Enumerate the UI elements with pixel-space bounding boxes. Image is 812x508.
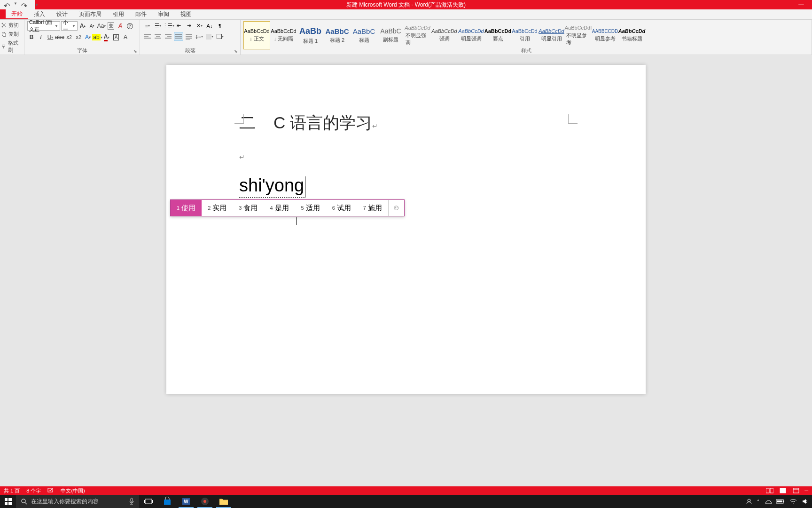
volume-icon[interactable] <box>802 498 808 505</box>
print-layout-button[interactable] <box>778 487 788 494</box>
onedrive-icon[interactable] <box>764 499 772 504</box>
taskbar-app-recorder[interactable] <box>195 495 214 508</box>
task-view-button[interactable] <box>139 495 158 508</box>
style-item[interactable]: AaBbCcDd引用 <box>511 21 538 49</box>
style-item[interactable]: AaBbCcDd书籍标题 <box>618 21 645 49</box>
tab-layout[interactable]: 页面布局 <box>73 9 107 19</box>
font-name-selector[interactable]: Calibri (西文正▼ <box>27 21 60 31</box>
shading-button[interactable]: ▾ <box>205 32 214 41</box>
tab-mail[interactable]: 邮件 <box>130 9 152 19</box>
copy-button[interactable]: 复制 <box>1 30 23 39</box>
align-center-button[interactable] <box>153 32 163 41</box>
language-indicator[interactable]: 中文(中国) <box>61 487 85 494</box>
shrink-font-button[interactable]: A▾ <box>88 21 96 31</box>
ime-candidate[interactable]: 7施用 <box>357 200 388 216</box>
highlight-button[interactable]: ab▾ <box>93 32 102 42</box>
line-spacing-button[interactable]: ‡≡▾ <box>195 32 204 41</box>
increase-indent-button[interactable]: ⇥ <box>184 21 194 30</box>
page-count[interactable]: 共 1 页 <box>4 487 20 494</box>
strikethrough-button[interactable]: abc <box>55 32 64 42</box>
ime-candidate[interactable]: 6试用 <box>326 200 357 216</box>
font-color-button[interactable]: A▾ <box>102 32 111 42</box>
decrease-indent-button[interactable]: ⇤ <box>174 21 183 30</box>
taskbar-search[interactable]: 在这里输入你要搜索的内容 <box>16 495 124 508</box>
document-heading[interactable]: 二 C 语言的学习↵ <box>239 112 573 134</box>
tab-design[interactable]: 设计 <box>51 9 73 19</box>
ime-emoji-button[interactable]: ☺ <box>388 200 404 216</box>
font-dialog-launcher[interactable]: ⬊ <box>133 49 138 54</box>
qat-customize-icon[interactable]: ▼ <box>35 3 39 7</box>
style-item[interactable]: AaBbCcDdI不明显参考 <box>565 21 592 49</box>
start-button[interactable] <box>0 495 16 508</box>
file-tab[interactable] <box>0 9 6 19</box>
clear-format-button[interactable]: A̸ <box>116 21 125 31</box>
subscript-button[interactable]: x2 <box>65 32 73 42</box>
enclose-char-button[interactable]: 字 <box>125 21 134 31</box>
ime-candidate-window[interactable]: 1使用2实用3食用4是用5适用6试用7施用☺ <box>170 199 405 216</box>
format-painter-button[interactable]: 格式刷 <box>1 39 23 55</box>
justify-button[interactable] <box>174 32 183 41</box>
grow-font-button[interactable]: A▴ <box>78 21 87 31</box>
style-item[interactable]: AABBCCDD明显参考 <box>592 21 618 49</box>
bold-button[interactable]: B <box>27 32 36 42</box>
numbering-button[interactable]: ☰▾ <box>153 21 163 30</box>
change-case-button[interactable]: Aa▾ <box>97 21 106 31</box>
ime-composition-text[interactable]: shi'yong <box>239 175 305 198</box>
taskbar-app-explorer[interactable] <box>214 495 233 508</box>
style-item[interactable]: AaBbCcDd明显强调 <box>458 21 484 49</box>
char-border-button[interactable]: A <box>112 32 120 42</box>
ime-candidate[interactable]: 4是用 <box>264 200 295 216</box>
battery-icon[interactable] <box>776 499 785 504</box>
superscript-button[interactable]: x2 <box>74 32 83 42</box>
align-left-button[interactable] <box>143 32 152 41</box>
document-page[interactable]: 二 C 语言的学习↵ ↵ shi'yong <box>166 65 646 394</box>
style-item[interactable]: AaBbCcDd↓ 无间隔 <box>270 21 297 49</box>
cut-button[interactable]: 剪切 <box>1 21 23 30</box>
taskbar-app-word[interactable]: W <box>177 495 195 508</box>
minimize-button[interactable]: ─ <box>790 0 812 9</box>
style-item[interactable]: AaBbC标题 <box>351 21 377 49</box>
tab-references[interactable]: 引用 <box>107 9 130 19</box>
distributed-button[interactable] <box>184 32 194 41</box>
read-mode-button[interactable] <box>765 487 774 494</box>
tab-home[interactable]: 开始 <box>6 9 28 19</box>
multilevel-button[interactable]: ⋮☰▾ <box>164 21 173 30</box>
people-icon[interactable] <box>746 498 752 505</box>
font-size-selector[interactable]: 小一▼ <box>61 21 78 31</box>
asian-layout-button[interactable]: ✕▾ <box>195 21 204 30</box>
redo-icon[interactable]: ↷ <box>21 1 27 8</box>
style-item[interactable]: AaBbC标题 2 <box>324 21 351 49</box>
ime-candidate[interactable]: 3食用 <box>233 200 264 216</box>
show-marks-button[interactable]: ¶ <box>215 21 225 30</box>
style-item[interactable]: AaBbCcDd↓ 正文 <box>243 21 270 49</box>
undo-dropdown-icon[interactable]: ▼ <box>14 1 17 8</box>
bullets-button[interactable]: ≡▾ <box>143 21 152 30</box>
tab-insert[interactable]: 插入 <box>28 9 51 19</box>
italic-button[interactable]: I <box>37 32 45 42</box>
spellcheck-icon[interactable] <box>47 488 54 493</box>
text-effects-button[interactable]: A▾ <box>84 32 92 42</box>
style-item[interactable]: AaBbC副标题 <box>377 21 404 49</box>
style-item[interactable]: AaBb标题 1 <box>297 21 324 49</box>
zoom-out-button[interactable]: ─ <box>804 488 808 493</box>
paragraph-dialog-launcher[interactable]: ⬊ <box>234 49 239 54</box>
document-area[interactable]: 二 C 语言的学习↵ ↵ shi'yong <box>0 56 812 486</box>
web-layout-button[interactable] <box>791 487 801 494</box>
tray-chevron-icon[interactable]: ˄ <box>757 499 759 504</box>
taskbar-app-store[interactable] <box>158 495 177 508</box>
undo-icon[interactable]: ↶ <box>4 1 10 8</box>
style-item[interactable]: AaBbCcDd不明显强调 <box>404 21 431 49</box>
underline-button[interactable]: U▾ <box>46 32 55 42</box>
ime-candidate[interactable]: 5适用 <box>295 200 326 216</box>
sort-button[interactable]: A↓ <box>205 21 214 30</box>
align-right-button[interactable] <box>164 32 173 41</box>
tab-view[interactable]: 视图 <box>175 9 197 19</box>
style-item[interactable]: AaBbCcDd明显引用 <box>538 21 565 49</box>
style-item[interactable]: AaBbCcDd强调 <box>431 21 458 49</box>
style-item[interactable]: AaBbCcDd要点 <box>484 21 511 49</box>
borders-button[interactable]: ▾ <box>215 32 225 41</box>
char-shading-button[interactable]: A <box>121 32 130 42</box>
word-count[interactable]: 8 个字 <box>26 487 41 494</box>
ime-candidate[interactable]: 1使用 <box>171 200 202 216</box>
cortana-mic-button[interactable] <box>124 495 139 508</box>
